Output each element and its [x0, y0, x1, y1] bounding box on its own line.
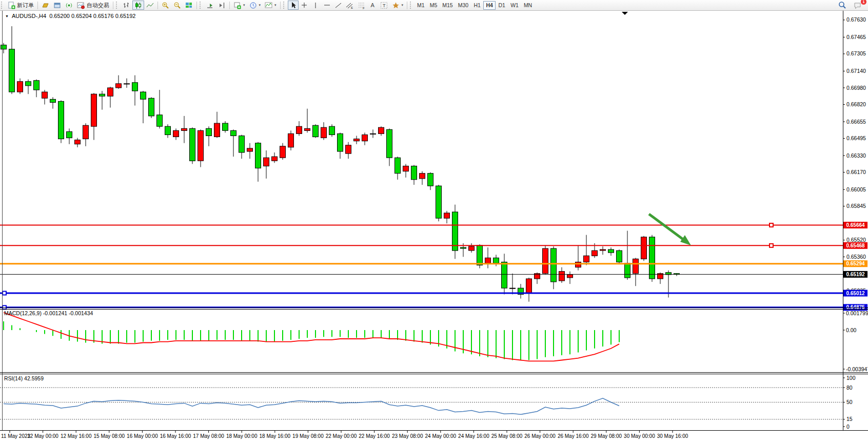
trendline-tool-button[interactable] — [332, 1, 344, 10]
period-button[interactable]: ▾ — [247, 1, 263, 10]
fibonacci-tool-button[interactable]: F — [356, 1, 367, 10]
new-order-button[interactable]: 新订单 — [6, 1, 36, 10]
ohlc-values: 0.65200 0.65204 0.65176 0.65192 — [49, 13, 135, 19]
search-button[interactable] — [836, 1, 849, 10]
toolbar-grip — [200, 2, 203, 9]
arrows-tool-button[interactable]: ▾ — [390, 1, 406, 10]
svg-text:0.66820: 0.66820 — [846, 101, 866, 107]
chart-shift-icon — [218, 2, 226, 9]
signals-button[interactable] — [63, 1, 75, 10]
svg-text:16 May 00:00: 16 May 00:00 — [127, 433, 158, 439]
tile-windows-icon — [185, 2, 193, 9]
clock-icon — [249, 2, 257, 9]
chart-window[interactable]: 0.676300.674650.673050.671400.669800.668… — [0, 0, 868, 442]
separator — [229, 2, 230, 9]
svg-text:E: E — [351, 6, 353, 9]
toolbar-grip — [283, 2, 287, 9]
svg-text:0.67465: 0.67465 — [846, 34, 866, 40]
timeframe-button-H4[interactable]: H4 — [483, 1, 496, 10]
cursor-tool-button[interactable] — [288, 1, 299, 10]
separator — [407, 2, 407, 9]
svg-text:18 May 00:00: 18 May 00:00 — [226, 433, 258, 439]
svg-text:0.65664: 0.65664 — [846, 222, 865, 228]
timeframe-button-M15[interactable]: M15 — [440, 1, 455, 10]
macd-indicator-label: MACD(12,26,9) -0.001241 -0.001434 — [4, 310, 93, 316]
chart-collapse-icon[interactable]: ▼ — [5, 14, 9, 18]
candlestick-chart-icon — [134, 2, 142, 9]
main-toolbar: 新订单 自动交易 ▾ ▾ ▾ E F A T ▾ M1M5M15M30H1H4D… — [0, 0, 868, 11]
symbol-timeframe-label: AUDUSD-,H4 — [12, 13, 46, 19]
zoom-out-icon — [173, 2, 181, 9]
svg-text:15 May 08:00: 15 May 08:00 — [93, 433, 125, 439]
timeframe-button-D1[interactable]: D1 — [496, 1, 508, 10]
svg-text:22 May 16:00: 22 May 16:00 — [359, 433, 390, 439]
vertical-line-icon — [312, 2, 319, 9]
channel-tool-button[interactable]: E — [344, 1, 356, 10]
price-chart-svg[interactable]: 0.676300.674650.673050.671400.669800.668… — [0, 0, 868, 442]
svg-text:-0.003947: -0.003947 — [846, 366, 868, 372]
timeframe-button-W1[interactable]: W1 — [508, 1, 521, 10]
notification-badge: 1 — [861, 0, 866, 5]
toolbar-grip — [116, 2, 120, 9]
fibonacci-icon: F — [358, 2, 365, 9]
zoom-in-icon — [162, 2, 169, 9]
zoom-in-button[interactable] — [160, 1, 171, 10]
svg-text:30 May 00:00: 30 May 00:00 — [624, 433, 655, 439]
vertical-line-tool-button[interactable] — [310, 1, 321, 10]
svg-text:F: F — [363, 7, 365, 9]
toolbar-grip — [1, 2, 5, 9]
indicators-button[interactable]: ▾ — [263, 1, 279, 10]
svg-text:16 May 16:00: 16 May 16:00 — [160, 433, 191, 439]
shapes-icon — [392, 2, 400, 9]
separator — [280, 2, 281, 9]
auto-scroll-button[interactable] — [204, 1, 216, 10]
text-icon: A — [369, 2, 376, 9]
horizontal-line-tool-button[interactable] — [321, 1, 332, 10]
svg-text:25 May 08:00: 25 May 08:00 — [491, 433, 523, 439]
svg-text:12 May 00:00: 12 May 00:00 — [27, 433, 58, 439]
zoom-out-button[interactable] — [171, 1, 183, 10]
svg-text:23 May 08:00: 23 May 08:00 — [392, 433, 423, 439]
svg-text:0.67140: 0.67140 — [846, 68, 866, 74]
svg-text:12 May 16:00: 12 May 16:00 — [61, 433, 92, 439]
autotrading-button[interactable]: 自动交易 — [75, 1, 111, 10]
candlestick-chart-button[interactable] — [132, 1, 144, 10]
svg-text:30 May 16:00: 30 May 16:00 — [657, 433, 688, 439]
timeframe-group: M1M5M15M30H1H4D1W1MN — [415, 1, 535, 10]
data-window-button[interactable] — [51, 1, 63, 10]
bar-chart-icon — [123, 2, 130, 9]
equidistant-channel-icon: E — [346, 2, 353, 9]
new-chart-button[interactable]: ▾ — [231, 1, 247, 10]
svg-text:0.001799: 0.001799 — [846, 310, 868, 316]
bar-chart-button[interactable] — [121, 1, 132, 10]
market-watch-button[interactable] — [40, 1, 51, 10]
chart-title: ▼ AUDUSD-,H4 0.65200 0.65204 0.65176 0.6… — [5, 13, 135, 19]
timeframe-button-M5[interactable]: M5 — [427, 1, 440, 10]
timeframe-button-MN[interactable]: MN — [521, 1, 535, 10]
svg-text:18 May 16:00: 18 May 16:00 — [259, 433, 290, 439]
svg-text:0.65468: 0.65468 — [846, 243, 865, 248]
crosshair-tool-button[interactable] — [299, 1, 310, 10]
svg-text:0.65845: 0.65845 — [846, 203, 866, 209]
line-chart-button[interactable] — [144, 1, 156, 10]
indicators-icon — [265, 2, 272, 9]
svg-text:17 May 08:00: 17 May 08:00 — [193, 433, 224, 439]
timeframe-button-M30[interactable]: M30 — [456, 1, 471, 10]
notifications-button[interactable]: 1 — [852, 1, 864, 10]
text-tool-button[interactable]: A — [367, 1, 378, 10]
chart-shift-button[interactable] — [216, 1, 228, 10]
svg-text:15: 15 — [846, 416, 853, 422]
timeframe-button-H1[interactable]: H1 — [471, 1, 483, 10]
svg-text:0.66330: 0.66330 — [846, 152, 866, 159]
text-label-icon: T — [380, 2, 388, 9]
dropdown-arrow-icon: ▾ — [402, 3, 404, 7]
timeframe-button-M1[interactable]: M1 — [415, 1, 427, 10]
cursor-icon — [290, 2, 297, 9]
svg-text:24 May 00:00: 24 May 00:00 — [425, 433, 456, 439]
svg-text:22 May 00:00: 22 May 00:00 — [326, 433, 357, 439]
tile-windows-button[interactable] — [183, 1, 195, 10]
text-label-tool-button[interactable]: T — [378, 1, 390, 10]
separator — [113, 2, 113, 9]
new-chart-icon — [233, 2, 241, 9]
svg-text:A: A — [370, 2, 374, 8]
